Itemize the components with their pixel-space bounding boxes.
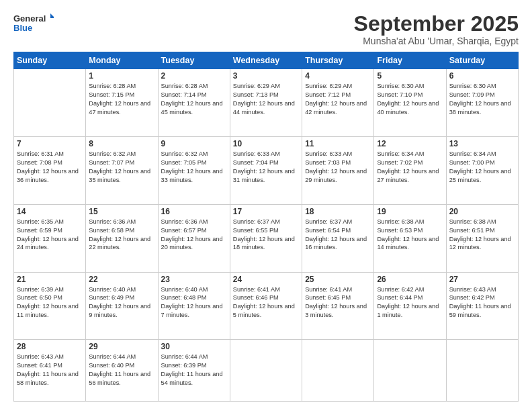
table-row: 27Sunrise: 6:43 AM Sunset: 6:42 PM Dayli… xyxy=(446,272,518,340)
table-row xyxy=(302,340,374,402)
day-number: 14 xyxy=(17,207,83,216)
table-row: 26Sunrise: 6:42 AM Sunset: 6:44 PM Dayli… xyxy=(374,272,446,340)
day-info: Sunrise: 6:40 AM Sunset: 6:48 PM Dayligh… xyxy=(161,285,227,320)
header: General Blue September 2025 Munsha'at Ab… xyxy=(13,12,519,46)
col-sunday: Sunday xyxy=(14,52,86,69)
day-number: 21 xyxy=(17,275,83,284)
table-row xyxy=(230,340,302,402)
table-row: 8Sunrise: 6:32 AM Sunset: 7:07 PM Daylig… xyxy=(86,136,158,204)
day-info: Sunrise: 6:40 AM Sunset: 6:49 PM Dayligh… xyxy=(89,285,154,320)
day-number: 23 xyxy=(161,275,227,284)
table-row: 22Sunrise: 6:40 AM Sunset: 6:49 PM Dayli… xyxy=(86,272,158,340)
day-info: Sunrise: 6:35 AM Sunset: 6:59 PM Dayligh… xyxy=(17,218,83,253)
day-number: 9 xyxy=(161,139,227,148)
day-info: Sunrise: 6:28 AM Sunset: 7:15 PM Dayligh… xyxy=(89,82,154,117)
day-number: 13 xyxy=(449,139,515,148)
table-row: 23Sunrise: 6:40 AM Sunset: 6:48 PM Dayli… xyxy=(158,272,230,340)
day-info: Sunrise: 6:38 AM Sunset: 6:53 PM Dayligh… xyxy=(377,218,443,253)
table-row: 12Sunrise: 6:34 AM Sunset: 7:02 PM Dayli… xyxy=(374,136,446,204)
day-info: Sunrise: 6:36 AM Sunset: 6:57 PM Dayligh… xyxy=(161,218,227,253)
table-row: 13Sunrise: 6:34 AM Sunset: 7:00 PM Dayli… xyxy=(446,136,518,204)
day-info: Sunrise: 6:34 AM Sunset: 7:00 PM Dayligh… xyxy=(449,150,515,185)
day-number: 15 xyxy=(89,207,154,216)
day-info: Sunrise: 6:32 AM Sunset: 7:05 PM Dayligh… xyxy=(161,150,227,185)
table-row xyxy=(446,340,518,402)
day-number: 7 xyxy=(17,139,83,148)
day-info: Sunrise: 6:30 AM Sunset: 7:09 PM Dayligh… xyxy=(449,82,515,117)
day-info: Sunrise: 6:41 AM Sunset: 6:45 PM Dayligh… xyxy=(305,285,371,320)
table-row: 18Sunrise: 6:37 AM Sunset: 6:54 PM Dayli… xyxy=(302,204,374,272)
table-row: 11Sunrise: 6:33 AM Sunset: 7:03 PM Dayli… xyxy=(302,136,374,204)
day-number: 11 xyxy=(305,139,371,148)
day-info: Sunrise: 6:42 AM Sunset: 6:44 PM Dayligh… xyxy=(377,285,443,320)
day-info: Sunrise: 6:43 AM Sunset: 6:41 PM Dayligh… xyxy=(17,353,83,387)
calendar-header-row: Sunday Monday Tuesday Wednesday Thursday… xyxy=(14,52,519,69)
day-number: 16 xyxy=(161,207,227,216)
page: General Blue September 2025 Munsha'at Ab… xyxy=(0,0,532,411)
col-thursday: Thursday xyxy=(302,52,374,69)
day-number: 19 xyxy=(377,207,443,216)
day-info: Sunrise: 6:32 AM Sunset: 7:07 PM Dayligh… xyxy=(89,150,154,185)
day-info: Sunrise: 6:30 AM Sunset: 7:10 PM Dayligh… xyxy=(377,82,443,117)
day-number: 1 xyxy=(89,71,154,81)
day-info: Sunrise: 6:43 AM Sunset: 6:42 PM Dayligh… xyxy=(449,285,515,320)
day-number: 25 xyxy=(305,275,371,284)
svg-marker-2 xyxy=(50,13,54,18)
col-friday: Friday xyxy=(374,52,446,69)
table-row: 16Sunrise: 6:36 AM Sunset: 6:57 PM Dayli… xyxy=(158,204,230,272)
table-row: 21Sunrise: 6:39 AM Sunset: 6:50 PM Dayli… xyxy=(14,272,86,340)
col-saturday: Saturday xyxy=(446,52,518,69)
month-title: September 2025 xyxy=(354,12,519,36)
day-info: Sunrise: 6:37 AM Sunset: 6:55 PM Dayligh… xyxy=(233,218,299,253)
table-row: 4Sunrise: 6:29 AM Sunset: 7:12 PM Daylig… xyxy=(302,69,374,137)
day-info: Sunrise: 6:33 AM Sunset: 7:04 PM Dayligh… xyxy=(233,150,299,185)
day-info: Sunrise: 6:29 AM Sunset: 7:13 PM Dayligh… xyxy=(233,82,299,117)
table-row: 1Sunrise: 6:28 AM Sunset: 7:15 PM Daylig… xyxy=(86,69,158,137)
table-row: 2Sunrise: 6:28 AM Sunset: 7:14 PM Daylig… xyxy=(158,69,230,137)
day-number: 3 xyxy=(233,71,299,81)
table-row: 29Sunrise: 6:44 AM Sunset: 6:40 PM Dayli… xyxy=(86,340,158,402)
day-info: Sunrise: 6:41 AM Sunset: 6:46 PM Dayligh… xyxy=(233,285,299,320)
table-row: 19Sunrise: 6:38 AM Sunset: 6:53 PM Dayli… xyxy=(374,204,446,272)
table-row: 14Sunrise: 6:35 AM Sunset: 6:59 PM Dayli… xyxy=(14,204,86,272)
day-number: 30 xyxy=(161,342,227,351)
day-info: Sunrise: 6:33 AM Sunset: 7:03 PM Dayligh… xyxy=(305,150,371,185)
day-info: Sunrise: 6:31 AM Sunset: 7:08 PM Dayligh… xyxy=(17,150,83,185)
table-row: 9Sunrise: 6:32 AM Sunset: 7:05 PM Daylig… xyxy=(158,136,230,204)
day-info: Sunrise: 6:28 AM Sunset: 7:14 PM Dayligh… xyxy=(161,82,227,117)
day-number: 2 xyxy=(161,71,227,81)
day-number: 17 xyxy=(233,207,299,216)
table-row: 3Sunrise: 6:29 AM Sunset: 7:13 PM Daylig… xyxy=(230,69,302,137)
table-row: 5Sunrise: 6:30 AM Sunset: 7:10 PM Daylig… xyxy=(374,69,446,137)
day-number: 20 xyxy=(449,207,515,216)
day-number: 27 xyxy=(449,275,515,284)
table-row: 6Sunrise: 6:30 AM Sunset: 7:09 PM Daylig… xyxy=(446,69,518,137)
table-row: 20Sunrise: 6:38 AM Sunset: 6:51 PM Dayli… xyxy=(446,204,518,272)
day-info: Sunrise: 6:36 AM Sunset: 6:58 PM Dayligh… xyxy=(89,218,154,253)
logo-svg: General Blue xyxy=(13,12,54,34)
day-number: 10 xyxy=(233,139,299,148)
svg-text:Blue: Blue xyxy=(13,23,32,33)
col-monday: Monday xyxy=(86,52,158,69)
table-row: 17Sunrise: 6:37 AM Sunset: 6:55 PM Dayli… xyxy=(230,204,302,272)
day-number: 18 xyxy=(305,207,371,216)
day-number: 12 xyxy=(377,139,443,148)
day-number: 29 xyxy=(89,342,154,351)
day-number: 24 xyxy=(233,275,299,284)
day-number: 8 xyxy=(89,139,154,148)
table-row: 15Sunrise: 6:36 AM Sunset: 6:58 PM Dayli… xyxy=(86,204,158,272)
day-info: Sunrise: 6:38 AM Sunset: 6:51 PM Dayligh… xyxy=(449,218,515,253)
day-number: 6 xyxy=(449,71,515,81)
day-number: 5 xyxy=(377,71,443,81)
table-row: 10Sunrise: 6:33 AM Sunset: 7:04 PM Dayli… xyxy=(230,136,302,204)
day-info: Sunrise: 6:39 AM Sunset: 6:50 PM Dayligh… xyxy=(17,285,83,320)
col-wednesday: Wednesday xyxy=(230,52,302,69)
table-row: 30Sunrise: 6:44 AM Sunset: 6:39 PM Dayli… xyxy=(158,340,230,402)
location: Munsha'at Abu 'Umar, Sharqia, Egypt xyxy=(354,36,519,46)
day-info: Sunrise: 6:44 AM Sunset: 6:40 PM Dayligh… xyxy=(89,353,154,387)
day-number: 4 xyxy=(305,71,371,81)
svg-text:General: General xyxy=(13,13,46,24)
logo: General Blue xyxy=(13,12,54,34)
col-tuesday: Tuesday xyxy=(158,52,230,69)
table-row: 7Sunrise: 6:31 AM Sunset: 7:08 PM Daylig… xyxy=(14,136,86,204)
